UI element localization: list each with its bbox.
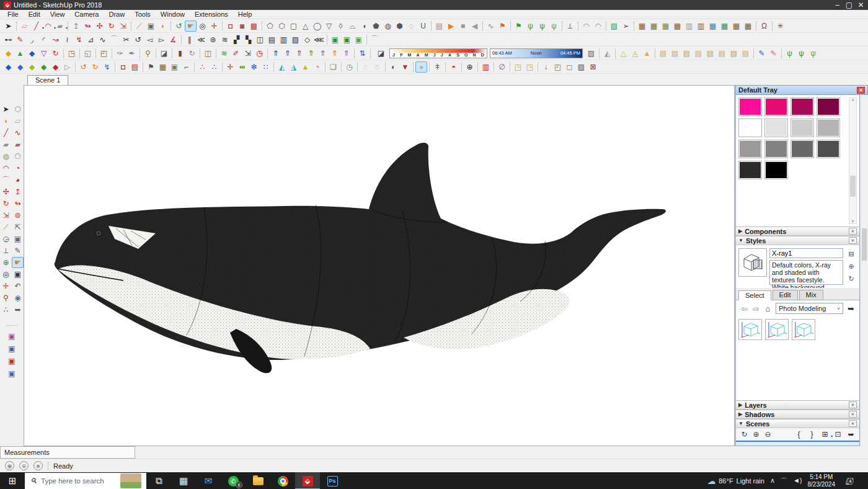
circle-icon-1[interactable]: ◌ (360, 61, 371, 73)
plugin-mesh-icon-6[interactable]: ▚ (242, 34, 254, 45)
paper-icon-8[interactable]: ▤ (740, 48, 751, 59)
tray-scrollbar[interactable] (860, 95, 868, 446)
search-highlight-image[interactable] (120, 473, 141, 488)
shape-icon-4[interactable]: △ (299, 20, 311, 32)
plugin-box-icon-4[interactable]: ▣ (6, 368, 18, 379)
rotate-tool[interactable]: ↻ (105, 20, 117, 32)
tape-measure-tool[interactable]: ⟋ (0, 222, 12, 233)
close-icon[interactable] (849, 228, 857, 235)
compass-black-icon[interactable]: ⊕ (464, 61, 476, 73)
plugin-curve-icon-3[interactable]: ◞ (26, 34, 38, 45)
shape-icon-7[interactable]: ◊ (335, 20, 347, 32)
action-center-button[interactable]: ❏ 4 (841, 477, 857, 486)
axes-tool[interactable]: ⟂ (0, 245, 12, 256)
prism-icon-2[interactable]: ◮ (288, 61, 299, 73)
close-icon[interactable] (849, 402, 857, 408)
shape-icon-1[interactable]: ⬠ (264, 20, 276, 32)
helmet-icon[interactable]: ◓ (448, 61, 459, 73)
zoom-extents-tool[interactable]: ✛ (208, 20, 220, 32)
update-style-icon[interactable]: ↻ (846, 274, 856, 284)
plugin-curve-icon-11[interactable]: ✂ (120, 34, 132, 45)
line-tool[interactable]: ╱▾ (30, 20, 42, 32)
line-tool[interactable]: ╱ (0, 127, 12, 138)
shape-icon-2[interactable]: ⬡ (276, 20, 288, 32)
shadow-toggle-icon[interactable]: ◪ (375, 48, 387, 59)
axes-icon[interactable]: ⟂ (564, 20, 576, 32)
play-button[interactable]: ▶ (445, 20, 457, 32)
freehand-tool[interactable]: ∿ (12, 127, 24, 138)
styles-panel-header[interactable]: Styles (736, 236, 859, 245)
plugin-mesh-icon-9[interactable]: ▥ (278, 34, 290, 45)
modeling-tool-icon-3[interactable]: ◰ (98, 48, 110, 59)
look-around-tool[interactable]: ◉ (12, 292, 24, 303)
back-icon[interactable]: ⇦ (738, 303, 750, 314)
ant-icon[interactable]: ✳ (774, 20, 786, 32)
volume-icon[interactable]: ◄) (793, 477, 802, 486)
rotate-tool[interactable]: ↻ (0, 198, 12, 209)
red-pin-icon[interactable]: ▼ (399, 61, 411, 73)
color-swatch[interactable] (790, 140, 814, 158)
rotated-rectangle-tool[interactable]: ▰ (12, 139, 24, 150)
details-arrow-icon[interactable]: ➥ (845, 303, 857, 314)
close-icon[interactable] (849, 411, 857, 418)
shape-icon-3[interactable]: ▢ (288, 20, 299, 32)
zoom-extents-tool[interactable]: ✛ (0, 280, 12, 292)
photoshop-icon[interactable]: Ps (320, 472, 345, 489)
next-scene-icon[interactable]: } (806, 429, 818, 440)
eraser-tool[interactable]: ▱ (12, 115, 24, 127)
select-tool[interactable]: ➤ (0, 104, 12, 115)
plugin-curve-icon-14[interactable]: ▻ (156, 34, 167, 45)
scale-tool[interactable]: ⇲ (117, 20, 129, 32)
box-icon-1[interactable]: ◰ (552, 61, 564, 73)
modeling-tool-icon-10[interactable]: ◫ (202, 48, 214, 59)
paper-icon-4[interactable]: ▤ (693, 48, 704, 59)
menu-window[interactable]: Window (156, 11, 190, 18)
fence-icon-6[interactable]: ▥ (695, 20, 707, 32)
zoom-tool[interactable]: ◎ (197, 20, 208, 32)
fence-icon-7[interactable]: ▦ (707, 20, 719, 32)
basket-icon[interactable]: ▦ (157, 61, 169, 73)
tray-close-icon[interactable] (857, 87, 865, 94)
grass-icon-1[interactable]: ψ (525, 20, 536, 32)
gem-icon-green[interactable]: ▲ (14, 48, 26, 59)
rewind-button[interactable]: ◀ (469, 20, 480, 32)
minimize-button[interactable]: – (831, 0, 843, 11)
grass-b-icon[interactable]: ψ (795, 48, 807, 59)
components-panel-header[interactable]: Components (736, 227, 859, 236)
drawing-canvas[interactable] (24, 85, 735, 446)
shape-icon-8[interactable]: ⌓ (347, 20, 358, 32)
bag-icon-2[interactable]: ◳ (524, 61, 536, 73)
shape-icon-5[interactable]: ◯ (311, 20, 323, 32)
points-blue-icon[interactable]: ∴ (208, 61, 220, 73)
flag-icon[interactable]: ⚑ (145, 61, 157, 73)
paint-bucket-tool[interactable]: ◗ (157, 20, 169, 32)
pen-icon-1[interactable]: ✎ (756, 48, 768, 59)
plugin-mesh-icon-5[interactable]: ▞ (231, 34, 242, 45)
store-icon[interactable]: ▦ (171, 472, 196, 489)
color-swatch[interactable] (738, 140, 762, 158)
measurements-box[interactable]: Measurements (0, 446, 135, 459)
walk-tool[interactable]: ∴ (0, 304, 12, 315)
forward-icon[interactable]: ⇨ (750, 303, 762, 314)
curic-icon-2[interactable]: ↻ (89, 61, 101, 73)
weather-widget[interactable]: ☁ 86°F Light rain (707, 476, 764, 486)
menu-extensions[interactable]: Extensions (190, 11, 233, 18)
dibac-icon-6[interactable]: ▷ (61, 61, 73, 73)
show-details-icon[interactable]: ⊡ (832, 429, 844, 440)
plugin-box-icon-1[interactable]: ▣ (6, 331, 18, 342)
paper-icon-3[interactable]: ▤ (681, 48, 693, 59)
orca-model[interactable] (24, 86, 734, 446)
style-description[interactable]: Default colors, X-ray and shaded with te… (769, 260, 843, 285)
dimension-tool[interactable]: ⇱ (12, 222, 24, 233)
box-icon-2[interactable]: ◻ (564, 61, 575, 73)
fence-icon-5[interactable]: ▥ (683, 20, 695, 32)
modeling-tool-icon-9[interactable]: ↻ (186, 48, 198, 59)
color-swatch[interactable] (764, 119, 788, 137)
color-swatch[interactable] (764, 140, 788, 158)
wifi-icon[interactable]: ⌒ (781, 477, 787, 486)
colors-scrollbar[interactable]: ˄ ˅ (849, 97, 857, 224)
fence-icon-4[interactable]: ▦ (671, 20, 683, 32)
push-pull-tool[interactable]: ↥ (70, 20, 82, 32)
x-ray-style-3[interactable] (792, 319, 815, 340)
orbit-tool[interactable]: ↺ (173, 20, 185, 32)
